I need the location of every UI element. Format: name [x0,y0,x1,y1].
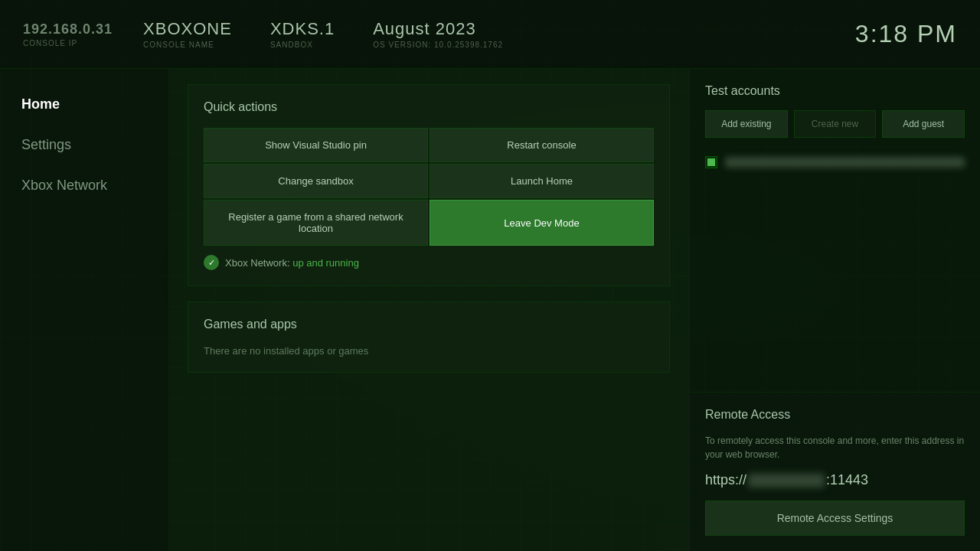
quick-actions-grid: Show Visual Studio pin Restart console C… [204,128,654,246]
url-suffix: :11443 [826,472,868,488]
os-version-group: August 2023 OS VERSION: 10.0.25398.1762 [373,19,503,49]
checkbox-check [707,158,715,166]
test-accounts-section: Test accounts Add existing Create new Ad… [690,69,980,393]
sidebar-item-xbox-network[interactable]: Xbox Network [15,173,153,198]
remote-access-title: Remote Access [705,408,965,422]
content-area: Quick actions Show Visual Studio pin Res… [168,69,689,551]
remote-access-section: Remote Access To remotely access this co… [690,393,980,551]
console-name-value: XBOXONE [143,19,232,39]
create-new-button[interactable]: Create new [794,110,877,138]
network-status-link[interactable]: up and running [292,257,359,269]
add-guest-button[interactable]: Add guest [882,110,965,138]
sidebar-item-home[interactable]: Home [15,92,153,117]
restart-console-button[interactable]: Restart console [430,128,654,162]
games-empty-message: There are no installed apps or games [204,345,654,357]
sandbox-value: XDKS.1 [270,19,335,39]
launch-home-button[interactable]: Launch Home [430,164,654,198]
console-name-group: XBOXONE CONSOLE NAME [143,19,232,49]
games-apps-title: Games and apps [204,318,654,331]
test-accounts-title: Test accounts [705,84,965,98]
quick-actions-panel: Quick actions Show Visual Studio pin Res… [188,84,670,286]
main-layout: Home Settings Xbox Network Quick actions… [0,69,980,551]
network-status: ✓ Xbox Network: up and running [204,255,654,270]
console-ip-label: CONSOLE IP [23,39,113,47]
console-name-label: CONSOLE NAME [143,41,232,49]
url-host-blurred [748,474,825,487]
quick-actions-title: Quick actions [204,100,654,114]
add-existing-button[interactable]: Add existing [705,110,788,138]
account-row [705,150,965,174]
sandbox-group: XDKS.1 SANDBOX [270,19,335,49]
sandbox-label: SANDBOX [270,41,335,49]
header: 192.168.0.31 CONSOLE IP XBOXONE CONSOLE … [0,0,980,69]
games-and-apps-panel: Games and apps There are no installed ap… [188,302,670,373]
sidebar-item-settings[interactable]: Settings [15,132,153,158]
console-ip-group: 192.168.0.31 CONSOLE IP [23,21,113,47]
os-version-value: August 2023 [373,19,503,39]
test-accounts-buttons: Add existing Create new Add guest [705,110,965,138]
clock: 3:18 PM [855,20,957,48]
remote-access-description: To remotely access this console and more… [705,434,965,461]
console-ip-value: 192.168.0.31 [23,21,113,37]
os-version-label: OS VERSION: 10.0.25398.1762 [373,41,503,49]
remote-access-settings-button[interactable]: Remote Access Settings [705,500,965,536]
leave-dev-mode-button[interactable]: Leave Dev Mode [430,200,654,246]
show-vs-pin-button[interactable]: Show Visual Studio pin [204,128,428,162]
register-game-button[interactable]: Register a game from a shared network lo… [204,200,428,246]
right-panel: Test accounts Add existing Create new Ad… [689,69,980,551]
account-checkbox[interactable] [705,156,717,168]
account-name-blurred [725,157,965,168]
sidebar: Home Settings Xbox Network [0,69,168,551]
url-prefix: https:// [705,472,746,488]
status-check-icon: ✓ [204,255,219,270]
remote-access-url: https:// :11443 [705,472,965,488]
change-sandbox-button[interactable]: Change sandbox [204,164,428,198]
network-status-label: Xbox Network: up and running [225,257,359,269]
